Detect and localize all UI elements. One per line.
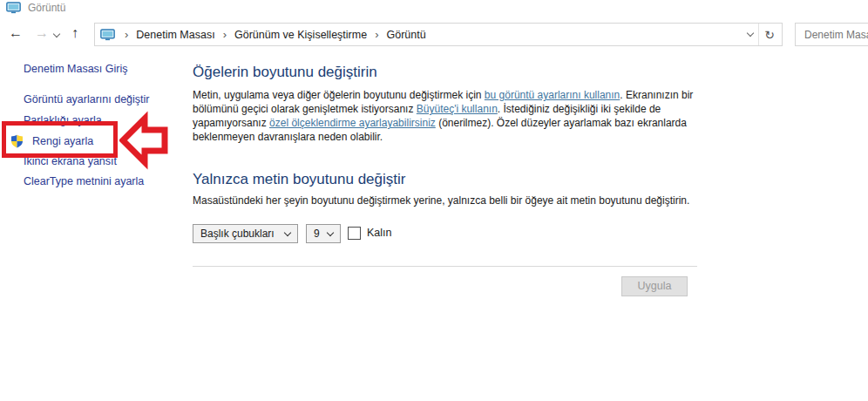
size-select-value: 9 xyxy=(314,228,320,240)
item-select[interactable]: Başlık çubukları xyxy=(193,224,298,243)
history-chevron-down-icon[interactable] xyxy=(53,31,60,37)
breadcrumb-separator: › xyxy=(369,28,384,41)
refresh-icon[interactable]: ↻ xyxy=(764,28,776,42)
section-title-change-text-size-only: Yalnızca metin boyutunu değiştir xyxy=(193,171,405,188)
size-section-description: Metin, uygulama veya diğer öğelerin boyu… xyxy=(193,88,702,144)
sidebar-item-control-panel-home[interactable]: Denetim Masası Giriş xyxy=(24,63,127,75)
chevron-down-icon xyxy=(327,228,334,235)
display-settings-link[interactable]: bu görüntü ayarlarını kullanın xyxy=(485,89,620,101)
item-select-value: Başlık çubukları xyxy=(200,228,275,240)
address-bar[interactable]: › Denetim Masası › Görünüm ve Kişiselleş… xyxy=(94,23,783,46)
size-select[interactable]: 9 xyxy=(306,224,341,243)
bold-checkbox[interactable] xyxy=(348,227,361,240)
red-arrow-annotation xyxy=(119,111,168,170)
titlebar: Görüntü xyxy=(0,0,868,16)
breadcrumb-display[interactable]: Görüntü xyxy=(384,29,427,41)
description-text: Metin, uygulama veya diğer öğelerin boyu… xyxy=(193,89,485,101)
forward-button[interactable]: → xyxy=(35,24,49,42)
search-input[interactable] xyxy=(795,23,868,46)
section-title-change-size-of-items: Öğelerin boyutunu değiştirin xyxy=(193,64,377,81)
window-title: Görüntü xyxy=(28,2,65,14)
text-section-description: Masaüstündeki her şeyin boyutunu değişti… xyxy=(193,194,689,207)
red-highlight-rectangle xyxy=(2,121,118,158)
breadcrumb-control-panel[interactable]: Denetim Masası xyxy=(134,29,216,41)
address-chevron-down-icon[interactable] xyxy=(747,30,754,37)
breadcrumb-separator: › xyxy=(217,28,233,41)
custom-scaling-link[interactable]: özel ölçeklendirme ayarlayabilirsiniz xyxy=(269,117,436,129)
bold-checkbox-label: Kalın xyxy=(367,227,392,239)
chevron-down-icon xyxy=(284,228,291,235)
apply-button[interactable]: Uygula xyxy=(621,276,688,296)
sidebar-item-change-display-settings[interactable]: Görüntü ayarlarını değiştir xyxy=(24,93,150,105)
section-divider xyxy=(193,266,697,267)
addressbar-divider xyxy=(758,24,759,45)
magnifier-link[interactable]: Büyüteç'i kullanın xyxy=(417,103,498,115)
up-button[interactable]: ↑ xyxy=(71,24,78,42)
back-button[interactable]: ← xyxy=(9,24,23,42)
display-icon xyxy=(100,29,115,41)
breadcrumb-appearance[interactable]: Görünüm ve Kişiselleştirme xyxy=(233,29,369,41)
display-icon xyxy=(6,2,21,14)
breadcrumb-separator: › xyxy=(119,28,134,41)
sidebar-item-adjust-cleartype[interactable]: ClearType metnini ayarla xyxy=(24,175,144,187)
window: Görüntü ← → ↑ › Denetim Masası › Görünüm… xyxy=(0,0,868,401)
